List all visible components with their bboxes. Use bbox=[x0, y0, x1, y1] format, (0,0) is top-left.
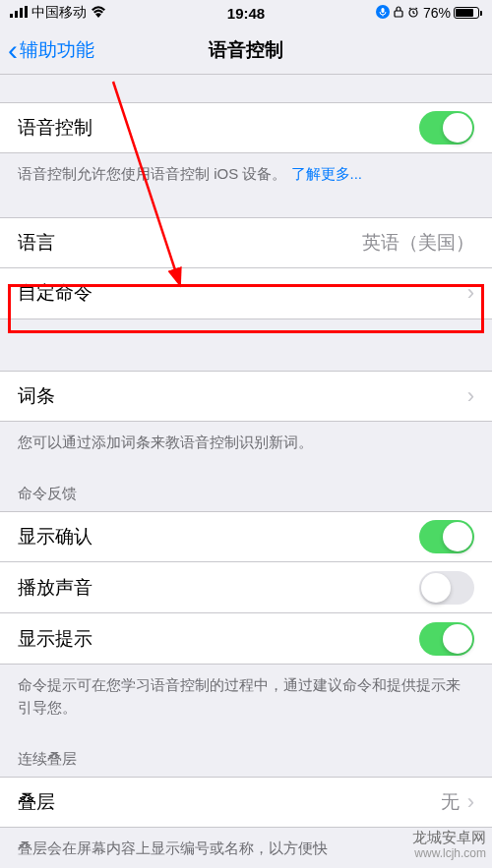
play-sound-row[interactable]: 播放声音 bbox=[0, 562, 492, 613]
language-value: 英语（美国） bbox=[362, 230, 474, 256]
wifi-icon bbox=[91, 5, 106, 21]
custom-commands-row[interactable]: 自定命令 › bbox=[0, 268, 492, 319]
signal-icon bbox=[10, 5, 28, 21]
voice-control-footer: 语音控制允许您使用语音控制 iOS 设备。 了解更多... bbox=[0, 153, 492, 186]
voice-control-row[interactable]: 语音控制 bbox=[0, 102, 492, 153]
language-label: 语言 bbox=[18, 230, 55, 256]
show-confirmation-row[interactable]: 显示确认 bbox=[0, 511, 492, 562]
svg-rect-1 bbox=[15, 11, 18, 18]
chevron-right-icon: › bbox=[467, 383, 474, 409]
status-left: 中国移动 bbox=[10, 4, 106, 22]
vocabulary-row[interactable]: 词条 › bbox=[0, 371, 492, 422]
lock-icon bbox=[394, 5, 403, 21]
voice-control-label: 语音控制 bbox=[18, 115, 92, 141]
status-bar: 中国移动 19:48 76% bbox=[0, 0, 492, 26]
show-hints-row[interactable]: 显示提示 bbox=[0, 613, 492, 665]
overlay-footer: 叠层会在屏幕内容上显示编号或名称，以方便快 bbox=[0, 828, 492, 860]
svg-rect-0 bbox=[10, 14, 13, 18]
play-sound-label: 播放声音 bbox=[18, 575, 92, 601]
svg-rect-6 bbox=[395, 11, 402, 17]
voice-control-toggle[interactable] bbox=[419, 111, 474, 145]
chevron-left-icon: ‹ bbox=[8, 35, 18, 65]
chevron-right-icon: › bbox=[467, 280, 474, 306]
show-confirmation-label: 显示确认 bbox=[18, 524, 92, 550]
feedback-header: 命令反馈 bbox=[0, 471, 492, 511]
vocabulary-label: 词条 bbox=[18, 383, 55, 409]
overlay-header: 连续叠层 bbox=[0, 736, 492, 777]
learn-more-link[interactable]: 了解更多... bbox=[291, 165, 363, 182]
play-sound-toggle[interactable] bbox=[419, 571, 474, 605]
back-button[interactable]: ‹ 辅助功能 bbox=[0, 35, 94, 65]
overlay-row[interactable]: 叠层 无 › bbox=[0, 777, 492, 828]
nav-bar: ‹ 辅助功能 语音控制 bbox=[0, 26, 492, 75]
overlay-value: 无 bbox=[441, 789, 460, 815]
back-label: 辅助功能 bbox=[20, 37, 94, 63]
show-hints-label: 显示提示 bbox=[18, 626, 92, 652]
custom-commands-label: 自定命令 bbox=[18, 280, 92, 306]
alarm-icon bbox=[407, 5, 419, 21]
overlay-label: 叠层 bbox=[18, 789, 55, 815]
battery-pct: 76% bbox=[423, 5, 451, 21]
feedback-footer: 命令提示可在您学习语音控制的过程中，通过建议命令和提供提示来引导您。 bbox=[0, 665, 492, 719]
vocabulary-footer: 您可以通过添加词条来教语音控制识别新词。 bbox=[0, 422, 492, 454]
chevron-right-icon: › bbox=[467, 789, 474, 815]
battery-indicator: 76% bbox=[423, 5, 482, 21]
svg-rect-2 bbox=[20, 8, 23, 18]
show-hints-toggle[interactable] bbox=[419, 622, 474, 656]
language-row[interactable]: 语言 英语（美国） bbox=[0, 217, 492, 268]
mic-status-icon bbox=[376, 5, 390, 22]
svg-rect-3 bbox=[25, 6, 28, 18]
carrier-text: 中国移动 bbox=[31, 4, 87, 22]
svg-rect-5 bbox=[381, 8, 384, 13]
show-confirmation-toggle[interactable] bbox=[419, 520, 474, 553]
status-right: 76% bbox=[376, 5, 482, 22]
